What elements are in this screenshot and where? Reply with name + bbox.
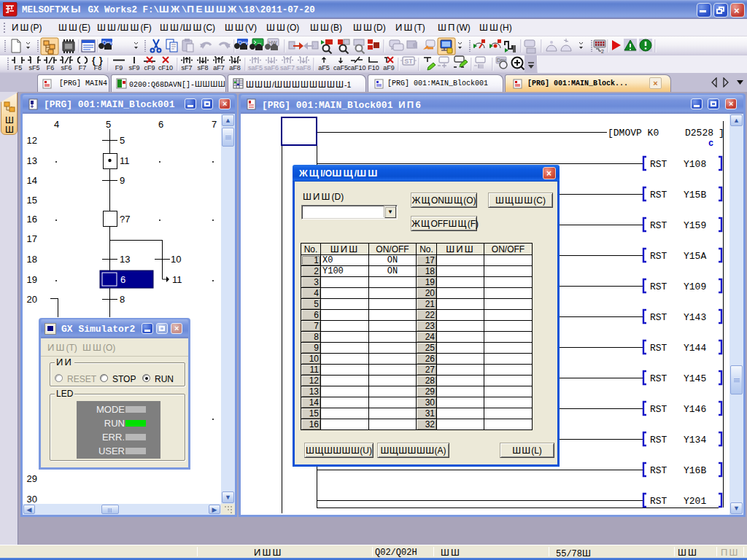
svg-text:saF5: saF5 xyxy=(248,64,263,71)
svg-text:6: 6 xyxy=(120,274,125,285)
svg-text:16: 16 xyxy=(27,214,37,225)
svg-text:Y146: Y146 xyxy=(684,404,706,415)
svg-text:F9: F9 xyxy=(115,64,123,71)
svg-text:caF5: caF5 xyxy=(333,64,348,71)
svg-text:F10: F10 xyxy=(368,64,379,71)
svg-text:30: 30 xyxy=(27,494,37,505)
svg-text:17: 17 xyxy=(27,233,37,244)
svg-text:11: 11 xyxy=(120,155,130,166)
svg-text:10: 10 xyxy=(171,254,181,265)
svg-text:2: 2 xyxy=(601,49,604,54)
svg-text:13: 13 xyxy=(120,254,130,265)
svg-text:15: 15 xyxy=(27,195,37,206)
svg-text:RST: RST xyxy=(650,312,667,323)
svg-text:sF6: sF6 xyxy=(61,64,71,71)
svg-text:6: 6 xyxy=(158,119,163,130)
svg-text:cF10: cF10 xyxy=(158,64,173,71)
svg-text:13: 13 xyxy=(27,155,37,166)
svg-text:saF8: saF8 xyxy=(296,64,311,71)
svg-text:Y143: Y143 xyxy=(684,312,706,323)
svg-text:RST: RST xyxy=(650,404,667,415)
svg-text:aF8: aF8 xyxy=(229,64,241,71)
svg-text:29: 29 xyxy=(27,473,37,484)
svg-text:F6: F6 xyxy=(47,64,55,71)
svg-text:20: 20 xyxy=(27,294,37,305)
svg-text:]: ] xyxy=(719,128,724,139)
svg-text:cF9: cF9 xyxy=(144,64,155,71)
svg-text:9: 9 xyxy=(120,175,125,186)
svg-text:Y16B: Y16B xyxy=(684,465,706,476)
svg-text:5: 5 xyxy=(106,119,111,130)
svg-text:ST: ST xyxy=(404,58,413,65)
svg-text:sF5: sF5 xyxy=(28,64,39,71)
svg-text:Y15A: Y15A xyxy=(684,251,706,262)
svg-text:Y109: Y109 xyxy=(684,281,706,292)
svg-text:RST: RST xyxy=(650,496,667,507)
svg-text:RST: RST xyxy=(650,281,667,292)
svg-text:caF10: caF10 xyxy=(347,64,365,71)
svg-text:RST: RST xyxy=(650,373,667,384)
svg-text:c: c xyxy=(708,139,713,149)
svg-text:Y15B: Y15B xyxy=(684,190,706,201)
svg-text:RST: RST xyxy=(650,190,667,201)
svg-text:Y108: Y108 xyxy=(684,159,706,170)
svg-text:?7: ?7 xyxy=(120,214,130,225)
svg-text:12: 12 xyxy=(27,135,37,146)
svg-text:Y134: Y134 xyxy=(684,435,706,446)
svg-text:sF9: sF9 xyxy=(128,64,139,71)
svg-text:4: 4 xyxy=(54,119,59,130)
svg-text:RST: RST xyxy=(650,465,667,476)
svg-text:18: 18 xyxy=(27,254,37,265)
svg-text:19: 19 xyxy=(27,274,37,285)
svg-text:Y144: Y144 xyxy=(684,343,706,354)
svg-text:D2528: D2528 xyxy=(685,128,713,139)
svg-text:sF8: sF8 xyxy=(197,64,208,71)
svg-text:Y201: Y201 xyxy=(684,496,706,507)
svg-text:sF7: sF7 xyxy=(181,64,192,71)
svg-text:RST: RST xyxy=(650,159,667,170)
svg-text:RST: RST xyxy=(650,251,667,262)
svg-text:F8: F8 xyxy=(94,64,102,71)
svg-text:saF6: saF6 xyxy=(264,64,279,71)
svg-text:[DMOVP K0: [DMOVP K0 xyxy=(608,128,659,139)
svg-text:aF7: aF7 xyxy=(213,64,225,71)
svg-text:aF5: aF5 xyxy=(318,64,330,71)
svg-text:11: 11 xyxy=(172,274,182,285)
svg-text:8: 8 xyxy=(120,294,125,305)
svg-text:14: 14 xyxy=(27,175,37,186)
svg-text:F5: F5 xyxy=(15,64,23,71)
svg-text:5: 5 xyxy=(120,135,125,146)
svg-text:Y159: Y159 xyxy=(684,220,706,231)
svg-text:7: 7 xyxy=(212,119,217,130)
svg-text:RST: RST xyxy=(650,220,667,231)
svg-text:RST: RST xyxy=(650,343,667,354)
svg-text:saF7: saF7 xyxy=(280,64,295,71)
svg-text:aF9: aF9 xyxy=(383,64,395,71)
svg-text:Y145: Y145 xyxy=(684,373,706,384)
svg-text:F7: F7 xyxy=(79,64,87,71)
svg-text:RST: RST xyxy=(650,435,667,446)
